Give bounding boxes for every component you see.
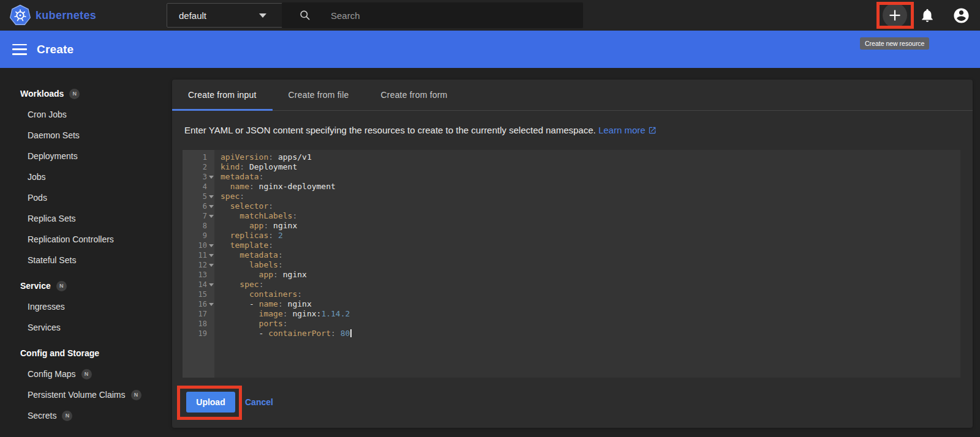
sidebar-item-pods[interactable]: Pods [0,187,170,208]
code-line: 11 metadata: [183,250,960,260]
sidebar-item-cron-jobs[interactable]: Cron Jobs [0,104,170,125]
tab-create-from-file[interactable]: Create from file [273,80,365,110]
sidebar-section-service[interactable]: ServiceN [0,275,170,296]
kubernetes-logo-icon [9,4,31,26]
fold-arrow-icon[interactable] [207,303,214,306]
app-bar: Create [0,31,980,68]
code-line: 9 replicas: 2 [183,231,960,241]
notifications-button[interactable] [915,3,940,28]
menu-button[interactable] [12,44,27,55]
new-badge: N [56,281,67,291]
line-number: 10 [183,241,207,250]
tab-create-from-form[interactable]: Create from form [364,80,463,110]
code-line: 4 name: nginx-deployment [183,182,960,192]
tab-label: Create from form [380,90,447,100]
line-number: 9 [183,231,207,241]
code-line: 8 app: nginx [183,221,960,231]
page-title: Create [37,43,74,56]
line-number: 19 [183,329,207,338]
search-input[interactable] [331,10,583,21]
account-icon [952,7,970,24]
account-button[interactable] [949,3,973,28]
sidebar-item-jobs[interactable]: Jobs [0,166,170,187]
line-number: 14 [183,280,207,289]
code-line: 6 selector: [183,201,960,211]
tooltip: Create new resource [860,37,929,50]
fold-arrow-icon[interactable] [207,283,214,286]
code-line: 7 matchLabels: [183,211,960,221]
sidebar-item-persistent-volume-claims[interactable]: Persistent Volume ClaimsN [0,384,170,405]
top-bar: kubernetes default [0,0,980,31]
line-number: 6 [183,201,207,211]
bell-icon [919,7,935,23]
sidebar-item-daemon-sets[interactable]: Daemon Sets [0,125,170,146]
fold-arrow-icon[interactable] [207,264,214,267]
code-line: 14 spec: [183,280,960,289]
sidebar-item-stateful-sets[interactable]: Stateful Sets [0,250,170,271]
fold-arrow-icon[interactable] [207,215,214,218]
line-number: 12 [183,260,207,270]
code-line: 15 containers: [183,289,960,299]
tab-bar: Create from input Create from file Creat… [172,80,973,111]
brand-title: kubernetes [36,0,96,31]
new-badge: N [81,369,92,379]
line-number: 13 [183,270,207,280]
fold-arrow-icon[interactable] [207,195,214,198]
code-line: 19 - containerPort: 80 [183,329,960,338]
tab-label: Create from input [188,90,257,100]
yaml-editor[interactable]: 1apiVersion: apps/v12kind: Deployment3me… [183,150,960,378]
new-badge: N [69,89,80,99]
code-line: 16 - name: nginx [183,299,960,309]
fold-arrow-icon[interactable] [207,176,214,179]
sidebar-item-deployments[interactable]: Deployments [0,146,170,166]
code-line: 3metadata: [183,172,960,182]
sidebar-item-ingresses[interactable]: Ingresses [0,296,170,317]
line-number: 5 [183,192,207,201]
fold-arrow-icon[interactable] [207,254,214,257]
line-number: 3 [183,172,207,182]
search-icon [299,9,311,21]
line-number: 15 [183,289,207,299]
sidebar-item-services[interactable]: Services [0,317,170,338]
kubernetes-dashboard: kubernetes default [0,0,980,437]
tab-label: Create from file [288,90,349,100]
line-number: 11 [183,250,207,260]
sidebar-section-workloads[interactable]: WorkloadsN [0,83,170,104]
line-number: 4 [183,182,207,192]
fold-arrow-icon[interactable] [207,244,214,247]
code-line: 17 image: nginx:1.14.2 [183,309,960,319]
new-badge: N [131,390,141,400]
create-new-resource-button[interactable] [883,3,907,28]
learn-more-link[interactable]: Learn more [598,125,646,135]
external-link-icon [648,126,657,135]
sidebar-section-config-and-storage[interactable]: Config and Storage [0,343,170,364]
plus-icon [888,8,902,23]
code-line: 2kind: Deployment [183,162,960,172]
line-number: 18 [183,319,207,329]
line-number: 1 [183,152,207,162]
yaml-editor-lines: 1apiVersion: apps/v12kind: Deployment3me… [183,150,960,338]
chevron-down-icon [259,13,266,18]
sidebar-item-replication-controllers[interactable]: Replication Controllers [0,229,170,250]
sidebar-item-config-maps[interactable]: Config MapsN [0,364,170,384]
line-number: 8 [183,221,207,231]
namespace-select[interactable]: default [167,3,287,28]
upload-button[interactable]: Upload [186,392,235,413]
line-number: 7 [183,211,207,221]
code-line: 12 labels: [183,260,960,270]
cancel-button[interactable]: Cancel [245,392,273,413]
line-number: 17 [183,309,207,319]
instruction-text: Enter YAML or JSON content specifying th… [184,125,973,135]
sidebar-item-secrets[interactable]: SecretsN [0,405,170,426]
code-line: 5spec: [183,192,960,201]
new-badge: N [62,411,72,421]
fold-arrow-icon[interactable] [207,205,214,208]
line-number: 16 [183,299,207,309]
tab-create-from-input[interactable]: Create from input [172,80,273,110]
sidebar-item-replica-sets[interactable]: Replica Sets [0,208,170,229]
search-bar[interactable] [282,2,583,28]
sidebar-nav: WorkloadsNCron JobsDaemon SetsDeployment… [0,68,170,437]
line-number: 2 [183,162,207,172]
text-cursor [350,329,352,337]
create-card: Create from input Create from file Creat… [172,80,973,428]
